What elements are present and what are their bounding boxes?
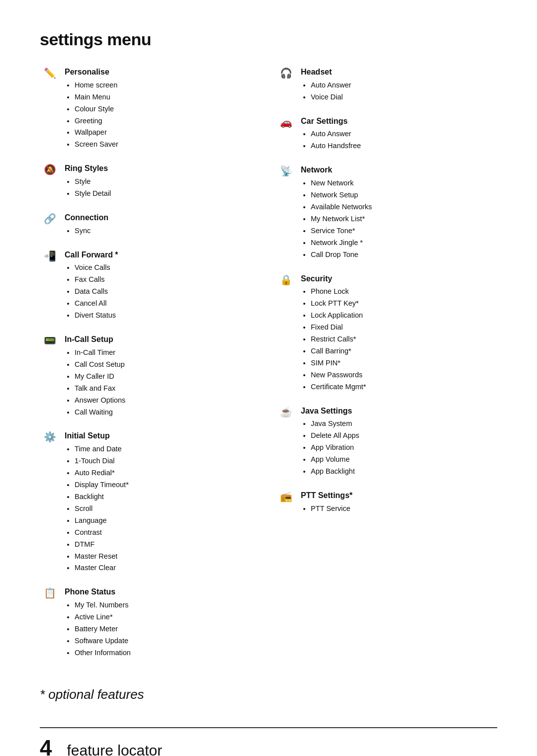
list-item: Backlight [75,491,129,503]
ptt-settings-icon: 📻 [276,492,296,502]
list-item: Answer Options [75,395,125,407]
list-item: Lock Application [311,310,366,322]
section-ptt-settings: 📻PTT Settings*PTT Service [276,491,497,515]
section-ring-styles: 🔕Ring StylesStyleStyle Detail [40,164,261,200]
ptt-settings-content: PTT Settings*PTT Service [301,491,353,515]
list-item: Auto Redial* [75,467,129,479]
car-settings-items: Auto AnswerAuto Handsfree [301,128,361,152]
list-item: In-Call Timer [75,347,125,359]
connection-icon: 🔗 [40,214,60,224]
in-call-setup-items: In-Call TimerCall Cost SetupMy Caller ID… [65,347,125,419]
list-item: Style Detail [75,188,111,200]
section-network: 📡NetworkNew NetworkNetwork SetupAvailabl… [276,165,497,260]
list-item: Greeting [75,115,118,127]
car-settings-content: Car SettingsAuto AnswerAuto Handsfree [301,116,361,153]
connection-content: ConnectionSync [65,213,108,237]
call-forward-content: Call Forward *Voice CallsFax CallsData C… [65,250,118,322]
section-car-settings: 🚗Car SettingsAuto AnswerAuto Handsfree [276,116,497,153]
call-forward-items: Voice CallsFax CallsData CallsCancel All… [65,262,118,322]
list-item: Network Setup [311,189,372,201]
list-item: Language [75,515,129,527]
ptt-settings-title: PTT Settings* [301,491,353,501]
security-content: SecurityPhone LockLock PTT Key*Lock Appl… [301,274,366,393]
personalise-content: PersonaliseHome screenMain MenuColour St… [65,67,118,151]
list-item: Voice Calls [75,262,118,274]
network-items: New NetworkNetwork SetupAvailable Networ… [301,177,372,260]
list-item: Certificate Mgmt* [311,381,366,393]
list-item: Display Timeout* [75,479,129,491]
list-item: Network Jingle * [311,237,372,249]
list-item: Data Calls [75,286,118,298]
section-phone-status: 📋Phone StatusMy Tel. NumbersActive Line*… [40,587,261,659]
connection-title: Connection [65,213,108,223]
initial-setup-items: Time and Date1-Touch DialAuto Redial*Dis… [65,443,129,574]
security-items: Phone LockLock PTT Key*Lock ApplicationF… [301,286,366,393]
in-call-setup-content: In-Call SetupIn-Call TimerCall Cost Setu… [65,335,125,418]
list-item: 1-Touch Dial [75,455,129,467]
footer: 4 feature locator [40,727,497,756]
list-item: New Passwords [311,369,366,381]
list-item: Scroll [75,503,129,515]
section-headset: 🎧HeadsetAuto AnswerVoice Dial [276,67,497,103]
list-item: Delete All Apps [311,430,359,442]
headset-content: HeadsetAuto AnswerVoice Dial [301,67,351,103]
ring-styles-items: StyleStyle Detail [65,176,111,200]
network-title: Network [301,165,372,175]
page-title: settings menu [40,30,497,49]
ring-styles-icon: 🔕 [40,165,60,174]
list-item: Call Waiting [75,407,125,419]
initial-setup-title: Initial Setup [65,431,129,441]
personalise-items: Home screenMain MenuColour StyleGreeting… [65,80,118,151]
connection-items: Sync [65,225,108,237]
section-in-call-setup: 📟In-Call SetupIn-Call TimerCall Cost Set… [40,335,261,418]
call-forward-icon: 📲 [40,251,60,261]
optional-features-section: * optional features [40,687,497,702]
java-settings-content: Java SettingsJava SystemDelete All AppsA… [301,406,359,478]
list-item: App Volume [311,454,359,466]
headset-icon: 🎧 [276,68,296,78]
main-content: ✏️PersonaliseHome screenMain MenuColour … [40,67,497,672]
phone-status-title: Phone Status [65,587,131,597]
list-item: Home screen [75,80,118,91]
list-item: Battery Meter [75,623,131,635]
phone-status-items: My Tel. NumbersActive Line*Battery Meter… [65,599,131,659]
list-item: Call Barring* [311,345,366,357]
list-item: Main Menu [75,91,118,103]
list-item: Lock PTT Key* [311,298,366,310]
list-item: Master Clear [75,562,129,574]
list-item: Wallpaper [75,127,118,139]
list-item: Auto Answer [311,128,361,140]
list-item: My Tel. Numbers [75,599,131,611]
list-item: DTMF [75,539,129,551]
list-item: Talk and Fax [75,383,125,395]
java-settings-title: Java Settings [301,406,359,417]
right-column: 🎧HeadsetAuto AnswerVoice Dial🚗Car Settin… [276,67,497,528]
phone-status-content: Phone StatusMy Tel. NumbersActive Line*B… [65,587,131,659]
list-item: Restrict Calls* [311,334,366,345]
security-icon: 🔒 [276,275,296,285]
java-settings-items: Java SystemDelete All AppsApp VibrationA… [301,418,359,478]
initial-setup-icon: ⚙️ [40,432,60,442]
footer-number: 4 [40,737,52,756]
list-item: Fax Calls [75,274,118,286]
list-item: My Network List* [311,213,372,225]
list-item: Time and Date [75,443,129,455]
personalise-icon: ✏️ [40,68,60,78]
car-settings-title: Car Settings [301,116,361,127]
ring-styles-title: Ring Styles [65,164,111,174]
phone-status-icon: 📋 [40,588,60,598]
java-settings-icon: ☕ [276,407,296,417]
network-content: NetworkNew NetworkNetwork SetupAvailable… [301,165,372,260]
list-item: Style [75,176,111,188]
list-item: Active Line* [75,611,131,623]
section-java-settings: ☕Java SettingsJava SystemDelete All Apps… [276,406,497,478]
list-item: Auto Answer [311,80,351,91]
list-item: Call Cost Setup [75,359,125,371]
headset-items: Auto AnswerVoice Dial [301,80,351,103]
list-item: Contrast [75,527,129,539]
in-call-setup-title: In-Call Setup [65,335,125,345]
list-item: Other Information [75,647,131,659]
list-item: Java System [311,418,359,430]
list-item: Cancel All [75,298,118,310]
footer-label: feature locator [67,742,162,756]
